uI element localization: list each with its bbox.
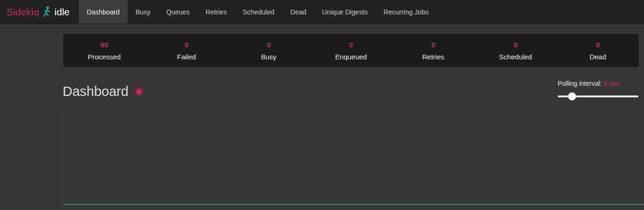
nav-item-unique-digests[interactable]: Unique Digests: [314, 0, 375, 24]
stat-processed-value: 90: [63, 41, 145, 49]
page-title: Dashboard: [63, 84, 129, 99]
nav-item-recurring-jobs[interactable]: Recurring Jobs: [375, 0, 437, 24]
stats-summary-bar: 90 Processed 0 Failed 0 Busy 0 Enqueued …: [63, 33, 639, 68]
stat-dead: 0 Dead: [557, 41, 639, 61]
stat-enqueued-label: Enqueued: [310, 53, 392, 61]
stat-failed: 0 Failed: [145, 41, 227, 61]
brand[interactable]: Sidekiq idle: [0, 0, 76, 24]
polling-interval-label: Polling interval:: [558, 80, 602, 87]
stat-enqueued-value: 0: [310, 41, 392, 49]
stat-failed-value: 0: [145, 41, 227, 49]
polling-interval-value: 5 sec: [604, 80, 620, 87]
nav-item-scheduled[interactable]: Scheduled: [235, 0, 283, 24]
nav-item-dead[interactable]: Dead: [282, 0, 314, 24]
sidekiq-dashboard-page: Sidekiq idle Dashboard Busy Queues Retri…: [0, 0, 644, 210]
stat-scheduled: 0 Scheduled: [474, 41, 556, 61]
stat-processed-label: Processed: [63, 53, 145, 61]
nav-item-dashboard[interactable]: Dashboard: [79, 0, 128, 24]
stat-dead-label: Dead: [557, 53, 639, 61]
live-beacon-indicator: [136, 89, 142, 94]
stat-busy: 0 Busy: [228, 41, 310, 61]
stat-retries-value: 0: [392, 41, 474, 49]
stat-busy-value: 0: [228, 41, 310, 49]
nav-item-busy[interactable]: Busy: [128, 0, 158, 24]
realtime-graph: [62, 106, 644, 210]
polling-interval-control: Polling interval: 5 sec: [558, 80, 639, 101]
nav-tabs: Dashboard Busy Queues Retries Scheduled …: [79, 0, 437, 24]
polling-interval-slider[interactable]: [558, 92, 638, 101]
brand-name: Sidekiq: [6, 6, 39, 18]
stat-failed-label: Failed: [145, 53, 227, 61]
stat-scheduled-label: Scheduled: [474, 53, 556, 61]
stat-retries: 0 Retries: [392, 41, 474, 61]
stat-busy-label: Busy: [228, 53, 310, 61]
nav-item-retries[interactable]: Retries: [198, 0, 235, 24]
sidekiq-dancer-logo-icon: [42, 6, 51, 18]
page-header: Dashboard: [63, 84, 142, 99]
stat-retries-label: Retries: [392, 53, 474, 61]
stat-scheduled-value: 0: [474, 41, 556, 49]
slider-thumb[interactable]: [568, 92, 576, 101]
top-navbar: Sidekiq idle Dashboard Busy Queues Retri…: [0, 0, 644, 24]
status-text: idle: [54, 6, 70, 18]
polling-interval-text: Polling interval: 5 sec: [558, 80, 639, 87]
nav-item-queues[interactable]: Queues: [158, 0, 198, 24]
stat-processed: 90 Processed: [63, 41, 145, 61]
stat-enqueued: 0 Enqueued: [310, 41, 392, 61]
stat-dead-value: 0: [557, 41, 639, 49]
graph-zero-baseline: [63, 204, 644, 205]
